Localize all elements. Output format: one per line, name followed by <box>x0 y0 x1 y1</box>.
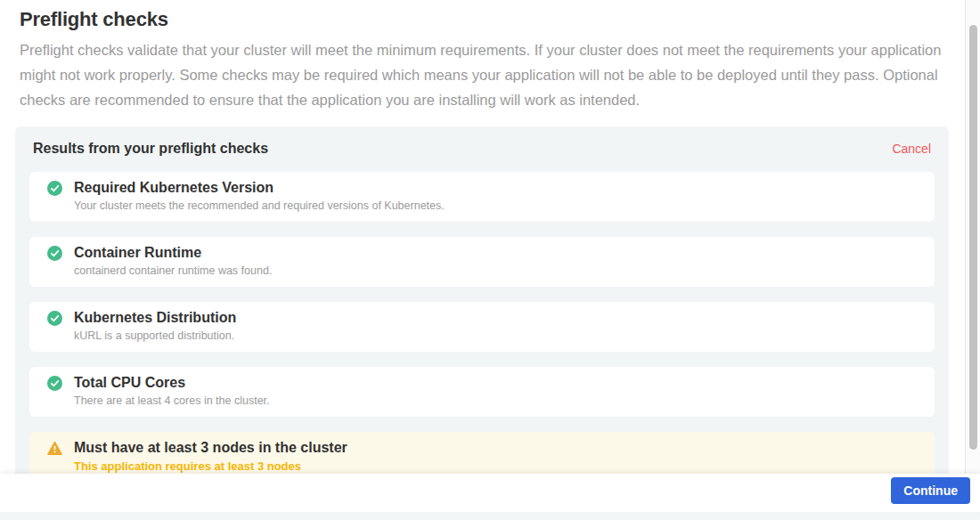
vertical-scrollbar-thumb[interactable] <box>969 25 977 450</box>
check-message: This application requires at least 3 nod… <box>74 459 917 473</box>
check-title: Container Runtime <box>74 244 201 262</box>
preflight-check-card: Total CPU Cores There are at least 4 cor… <box>29 367 935 417</box>
panel-title: Results from your preflight checks <box>33 141 268 157</box>
success-check-icon <box>47 311 62 326</box>
check-message: kURL is a supported distribution. <box>74 329 917 343</box>
check-message: There are at least 4 cores in the cluste… <box>74 394 917 408</box>
preflight-check-card: Container Runtime containerd container r… <box>29 237 935 287</box>
continue-button[interactable]: Continue <box>891 477 970 504</box>
check-title: Must have at least 3 nodes in the cluste… <box>74 439 347 457</box>
preflight-results-list: Required Kubernetes Version Your cluster… <box>29 172 935 482</box>
success-check-icon <box>47 376 62 391</box>
check-title: Required Kubernetes Version <box>74 179 274 197</box>
check-message: containerd container runtime was found. <box>74 264 917 278</box>
warning-triangle-icon <box>47 441 62 456</box>
preflight-check-card: Required Kubernetes Version Your cluster… <box>29 172 935 222</box>
preflight-check-card: Kubernetes Distribution kURL is a suppor… <box>29 302 935 352</box>
check-card-header: Required Kubernetes Version <box>47 179 917 197</box>
preflight-scroll-area: Preflight checks Preflight checks valida… <box>0 0 965 512</box>
page-title: Preflight checks <box>20 8 945 30</box>
vertical-scrollbar-track[interactable] <box>965 0 980 512</box>
footer-bar: Continue <box>0 474 980 512</box>
check-title: Kubernetes Distribution <box>74 309 236 327</box>
check-title: Total CPU Cores <box>74 374 185 392</box>
preflight-results-panel: Results from your preflight checks Cance… <box>15 126 949 500</box>
check-card-header: Total CPU Cores <box>47 374 917 392</box>
check-card-header: Container Runtime <box>47 244 917 262</box>
success-check-icon <box>47 246 62 261</box>
panel-header: Results from your preflight checks Cance… <box>29 140 935 157</box>
cancel-link[interactable]: Cancel <box>892 142 931 156</box>
check-message: Your cluster meets the recommended and r… <box>74 199 917 213</box>
check-card-header: Must have at least 3 nodes in the cluste… <box>47 439 917 457</box>
check-card-header: Kubernetes Distribution <box>47 309 917 327</box>
page-description: Preflight checks validate that your clus… <box>20 37 945 112</box>
page-header: Preflight checks Preflight checks valida… <box>0 0 965 112</box>
success-check-icon <box>47 181 62 196</box>
